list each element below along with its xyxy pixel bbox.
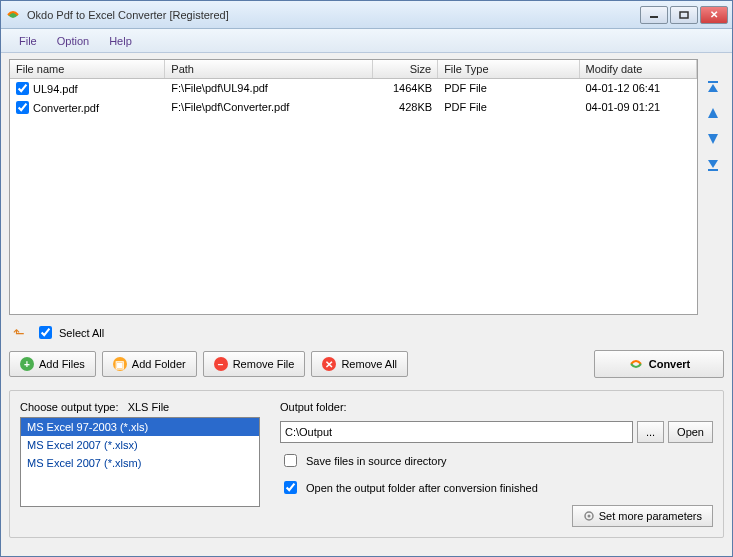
convert-button[interactable]: Convert <box>594 350 724 378</box>
app-icon <box>5 7 21 23</box>
output-type-label: Choose output type: XLS File <box>20 401 260 413</box>
move-top-icon[interactable] <box>705 79 721 95</box>
col-header-name[interactable]: File name <box>10 60 165 78</box>
select-all-text: Select All <box>59 327 104 339</box>
file-area: File name Path Size File Type Modify dat… <box>9 59 724 315</box>
add-files-button[interactable]: +Add Files <box>9 351 96 377</box>
output-folder-input[interactable] <box>280 421 633 443</box>
table-row[interactable]: UL94.pdfF:\File\pdf\UL94.pdf1464KBPDF Fi… <box>10 79 697 98</box>
menu-file[interactable]: File <box>9 32 47 50</box>
app-window: Okdo Pdf to Excel Converter [Registered]… <box>0 0 733 557</box>
select-all-row: ⬑ Select All <box>9 321 724 344</box>
file-date: 04-01-12 06:41 <box>580 79 698 98</box>
select-all-checkbox[interactable] <box>39 326 52 339</box>
window-title: Okdo Pdf to Excel Converter [Registered] <box>27 9 640 21</box>
open-after-row[interactable]: Open the output folder after conversion … <box>280 478 713 497</box>
set-more-parameters-button[interactable]: Set more parameters <box>572 505 713 527</box>
file-date: 04-01-09 01:21 <box>580 98 698 117</box>
convert-icon <box>628 356 644 372</box>
file-size: 1464KB <box>373 79 438 98</box>
minimize-button[interactable] <box>640 6 668 24</box>
table-header: File name Path Size File Type Modify dat… <box>10 60 697 79</box>
browse-button[interactable]: ... <box>637 421 664 443</box>
col-header-path[interactable]: Path <box>165 60 373 78</box>
reorder-arrows <box>702 59 724 315</box>
move-bottom-icon[interactable] <box>705 157 721 173</box>
save-in-source-row[interactable]: Save files in source directory <box>280 451 713 470</box>
file-path: F:\File\pdf\Converter.pdf <box>165 98 373 117</box>
file-name: UL94.pdf <box>33 83 78 95</box>
move-down-icon[interactable] <box>705 131 721 147</box>
folder-icon: ▣ <box>113 357 127 371</box>
output-folder-row: ... Open <box>280 421 713 443</box>
bottom-panel: Choose output type: XLS File MS Excel 97… <box>9 390 724 538</box>
svg-rect-1 <box>680 12 688 18</box>
remove-file-button[interactable]: −Remove File <box>203 351 306 377</box>
svg-rect-2 <box>708 81 718 83</box>
select-all-label[interactable]: Select All <box>35 323 104 342</box>
table-body: UL94.pdfF:\File\pdf\UL94.pdf1464KBPDF Fi… <box>10 79 697 117</box>
output-folder-column: Output folder: ... Open Save files in so… <box>280 401 713 527</box>
maximize-button[interactable] <box>670 6 698 24</box>
save-in-source-checkbox[interactable] <box>284 454 297 467</box>
svg-point-5 <box>587 515 590 518</box>
col-header-date[interactable]: Modify date <box>580 60 698 78</box>
x-icon: ✕ <box>322 357 336 371</box>
open-after-label: Open the output folder after conversion … <box>306 482 538 494</box>
menu-option[interactable]: Option <box>47 32 99 50</box>
menubar: File Option Help <box>1 29 732 53</box>
file-name: Converter.pdf <box>33 102 99 114</box>
add-folder-button[interactable]: ▣Add Folder <box>102 351 197 377</box>
open-after-checkbox[interactable] <box>284 481 297 494</box>
remove-all-button[interactable]: ✕Remove All <box>311 351 408 377</box>
list-item[interactable]: MS Excel 2007 (*.xlsm) <box>21 454 259 472</box>
close-button[interactable]: ✕ <box>700 6 728 24</box>
action-button-row: +Add Files ▣Add Folder −Remove File ✕Rem… <box>9 350 724 378</box>
file-type: PDF File <box>438 98 579 117</box>
svg-rect-3 <box>708 169 718 171</box>
main-body: File name Path Size File Type Modify dat… <box>1 53 732 556</box>
file-path: F:\File\pdf\UL94.pdf <box>165 79 373 98</box>
window-controls: ✕ <box>640 6 728 24</box>
output-folder-label: Output folder: <box>280 401 713 413</box>
col-header-type[interactable]: File Type <box>438 60 579 78</box>
titlebar: Okdo Pdf to Excel Converter [Registered]… <box>1 1 732 29</box>
minus-icon: − <box>214 357 228 371</box>
move-up-icon[interactable] <box>705 105 721 121</box>
col-header-size[interactable]: Size <box>373 60 438 78</box>
row-checkbox[interactable] <box>16 101 29 114</box>
file-type: PDF File <box>438 79 579 98</box>
table-row[interactable]: Converter.pdfF:\File\pdf\Converter.pdf42… <box>10 98 697 117</box>
up-folder-icon[interactable]: ⬑ <box>13 325 25 341</box>
output-type-listbox[interactable]: MS Excel 97-2003 (*.xls)MS Excel 2007 (*… <box>20 417 260 507</box>
row-checkbox[interactable] <box>16 82 29 95</box>
save-in-source-label: Save files in source directory <box>306 455 447 467</box>
gear-icon <box>583 510 595 522</box>
output-type-current: XLS File <box>128 401 170 413</box>
file-size: 428KB <box>373 98 438 117</box>
open-folder-button[interactable]: Open <box>668 421 713 443</box>
output-type-column: Choose output type: XLS File MS Excel 97… <box>20 401 260 527</box>
menu-help[interactable]: Help <box>99 32 142 50</box>
file-table: File name Path Size File Type Modify dat… <box>9 59 698 315</box>
plus-icon: + <box>20 357 34 371</box>
list-item[interactable]: MS Excel 97-2003 (*.xls) <box>21 418 259 436</box>
list-item[interactable]: MS Excel 2007 (*.xlsx) <box>21 436 259 454</box>
